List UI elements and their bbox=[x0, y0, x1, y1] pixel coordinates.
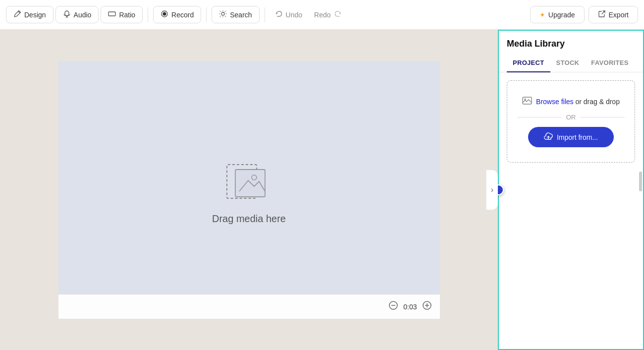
ratio-label: Ratio bbox=[119, 11, 135, 19]
svg-rect-3 bbox=[108, 12, 115, 16]
or-divider: OR bbox=[517, 114, 625, 121]
timeline-time: 0:03 bbox=[403, 303, 417, 311]
design-label: Design bbox=[24, 11, 46, 19]
separator-1 bbox=[148, 7, 148, 22]
media-scroll-area[interactable] bbox=[499, 171, 643, 349]
media-library-title: Media Library bbox=[507, 39, 565, 49]
svg-rect-15 bbox=[523, 97, 532, 104]
import-from-button[interactable]: Import from... bbox=[528, 127, 614, 147]
chevron-right-icon: › bbox=[491, 185, 493, 194]
svg-point-16 bbox=[525, 99, 526, 100]
toolbar-right: ✦ Upgrade Export bbox=[530, 6, 638, 23]
export-button[interactable]: Export bbox=[589, 6, 638, 23]
design-button[interactable]: Design bbox=[6, 6, 54, 23]
tab-project[interactable]: PROJECT bbox=[507, 54, 550, 72]
ratio-button[interactable]: Ratio bbox=[101, 6, 143, 23]
media-library-panel: Media Library PROJECT STOCK FAVORITES bbox=[498, 30, 644, 350]
audio-icon bbox=[63, 10, 71, 19]
upgrade-button[interactable]: ✦ Upgrade bbox=[530, 6, 585, 23]
redo-button[interactable]: Redo bbox=[309, 6, 346, 23]
separator-3 bbox=[265, 7, 265, 22]
tab-favorites[interactable]: FAVORITES bbox=[585, 54, 634, 72]
undo-button[interactable]: Undo bbox=[270, 6, 307, 23]
main-area: Drag media here 0:03 bbox=[0, 30, 644, 350]
redo-label: Redo bbox=[314, 11, 330, 19]
design-icon bbox=[13, 10, 21, 19]
audio-label: Audio bbox=[74, 11, 92, 19]
or-label: OR bbox=[566, 114, 576, 121]
upload-zone[interactable]: Browse files or drag & drop OR Import fr… bbox=[507, 80, 635, 163]
canvas-area: Drag media here 0:03 bbox=[0, 30, 498, 350]
media-library-tabs: PROJECT STOCK FAVORITES bbox=[499, 54, 643, 72]
separator-2 bbox=[206, 7, 207, 22]
export-icon bbox=[598, 10, 606, 19]
svg-point-6 bbox=[221, 12, 224, 15]
undo-label: Undo bbox=[286, 11, 302, 19]
upgrade-icon: ✦ bbox=[539, 11, 545, 19]
import-label: Import from... bbox=[557, 133, 598, 141]
audio-button[interactable]: Audio bbox=[55, 6, 99, 23]
ratio-icon bbox=[108, 10, 116, 19]
redo-icon bbox=[334, 10, 342, 19]
drag-media-text: Drag media here bbox=[212, 213, 286, 225]
timeline-bar: 0:03 bbox=[58, 294, 440, 319]
browse-link[interactable]: Browse files or drag & drop bbox=[536, 98, 620, 106]
undo-icon bbox=[275, 10, 283, 19]
search-icon bbox=[219, 10, 227, 19]
zoom-out-button[interactable] bbox=[388, 300, 398, 313]
svg-rect-0 bbox=[65, 11, 69, 16]
record-label: Record bbox=[171, 11, 194, 19]
image-upload-icon bbox=[522, 96, 532, 108]
zoom-in-button[interactable] bbox=[422, 300, 432, 313]
search-button[interactable]: Search bbox=[212, 6, 259, 23]
media-library-header: Media Library bbox=[499, 31, 643, 49]
cloud-upload-icon bbox=[544, 132, 553, 142]
export-label: Export bbox=[609, 11, 629, 19]
tab-stock[interactable]: STOCK bbox=[550, 54, 586, 72]
record-icon bbox=[161, 10, 168, 19]
collapse-panel-button[interactable]: › bbox=[486, 170, 498, 210]
toolbar: Design Audio Ratio Record bbox=[0, 0, 644, 30]
canvas-inner[interactable]: Drag media here 0:03 bbox=[58, 61, 440, 319]
drag-media-icon bbox=[224, 156, 274, 205]
svg-point-5 bbox=[163, 12, 166, 16]
scrollbar-thumb[interactable] bbox=[639, 172, 642, 191]
upgrade-label: Upgrade bbox=[548, 11, 575, 19]
search-label: Search bbox=[230, 11, 252, 19]
record-button[interactable]: Record bbox=[153, 6, 201, 23]
